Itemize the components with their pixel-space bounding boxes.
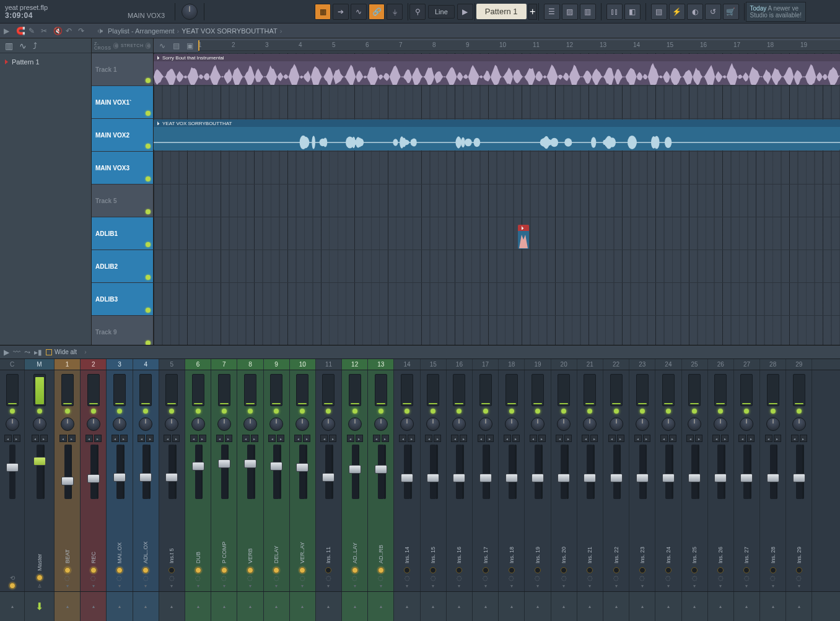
pan-knob[interactable]	[61, 417, 74, 431]
strip-num-1[interactable]: 1	[55, 359, 81, 370]
mute-led[interactable]	[196, 409, 201, 414]
fader[interactable]	[64, 445, 71, 499]
pan-knob[interactable]	[165, 417, 178, 431]
mute-led[interactable]	[431, 409, 435, 414]
swap-l-icon[interactable]: ◂	[294, 435, 302, 442]
send-led[interactable]	[430, 567, 436, 573]
dock-cell-9[interactable]: ▴	[264, 592, 290, 621]
mute-led[interactable]	[614, 409, 619, 414]
send-led[interactable]	[796, 567, 802, 573]
sidebar-audio-icon[interactable]: ∿	[19, 41, 27, 51]
fader[interactable]	[639, 445, 645, 499]
fader[interactable]	[483, 445, 489, 499]
track-header-2[interactable]: MAIN VOX1`	[92, 86, 153, 119]
dock-side-icon[interactable]: ▾	[170, 583, 173, 589]
swap-l-icon[interactable]: ◂	[478, 435, 485, 442]
fx-enable-icon[interactable]: ◌	[509, 575, 514, 581]
pan-knob[interactable]	[505, 417, 518, 431]
mute-led[interactable]	[378, 409, 383, 414]
swap-r-icon[interactable]: ▸	[277, 435, 284, 442]
dock-side-icon[interactable]: ▾	[223, 583, 225, 589]
strip-num-7[interactable]: 7	[211, 359, 237, 370]
swap-l-icon[interactable]: ◂	[738, 435, 746, 442]
pan-knob[interactable]	[217, 417, 231, 431]
insert-slot[interactable]	[165, 374, 178, 406]
send-led[interactable]	[509, 567, 515, 573]
pan-knob[interactable]	[740, 417, 753, 431]
insert-slot[interactable]	[767, 374, 779, 406]
pan-knob[interactable]	[688, 417, 701, 431]
swap-l-icon[interactable]: ◂	[765, 435, 772, 442]
dock-side-icon[interactable]: ▾	[536, 583, 539, 589]
swap-r-icon[interactable]: ▸	[434, 435, 441, 442]
insert-slot[interactable]	[113, 374, 126, 406]
swap-r-icon[interactable]: ▸	[695, 435, 702, 442]
mixer-strip-11[interactable]: ◂▸Ins. 11◌▾	[316, 370, 342, 591]
track-mute-led[interactable]	[146, 111, 151, 116]
mixer-strip-26[interactable]: ◂▸Ins. 26◌▾	[708, 370, 734, 591]
track-mute-led[interactable]	[146, 78, 151, 83]
dock-side-icon[interactable]: ▾	[562, 583, 565, 589]
swap-r-icon[interactable]: ▸	[408, 435, 415, 442]
mixer-strip-18[interactable]: ◂▸Ins. 18◌▾	[499, 370, 525, 591]
strip-num-8[interactable]: 8	[237, 359, 263, 370]
send-led[interactable]	[743, 567, 750, 573]
song-position-time[interactable]: 3:09:04	[5, 11, 33, 20]
dock-side-icon[interactable]: ▾	[406, 583, 408, 589]
fader[interactable]	[796, 445, 802, 499]
pan-knob[interactable]	[269, 417, 283, 431]
swap-r-icon[interactable]: ▸	[356, 435, 363, 442]
send-led[interactable]	[561, 567, 567, 573]
swap-r-icon[interactable]: ▸	[13, 435, 20, 442]
fx-enable-icon[interactable]: ◌	[64, 575, 70, 581]
swap-r-icon[interactable]: ▸	[120, 435, 128, 442]
send-led[interactable]	[90, 567, 97, 573]
insert-slot[interactable]	[636, 374, 649, 406]
track-lane-3[interactable]: ⏵YEAT VOX SORRYBOUTTHAT	[154, 119, 840, 152]
dock-side-icon[interactable]: ▾	[772, 583, 774, 589]
fx-enable-icon[interactable]: ◌	[405, 575, 410, 581]
mute-led[interactable]	[143, 409, 148, 414]
dock-side-icon[interactable]: ▾	[249, 583, 252, 589]
insert-slot[interactable]	[584, 374, 596, 406]
fx-enable-icon[interactable]: ◌	[221, 575, 227, 581]
fx-enable-icon[interactable]: ◌	[457, 575, 462, 581]
pan-knob[interactable]	[243, 417, 257, 431]
stretch-toggle[interactable]	[146, 43, 151, 49]
pan-knob[interactable]	[374, 417, 388, 431]
swap-l-icon[interactable]: ◂	[320, 435, 328, 442]
swap-r-icon[interactable]: ▸	[747, 435, 755, 442]
mixer-strip-15[interactable]: ◂▸Ins. 15◌▾	[421, 370, 447, 591]
dock-icon[interactable]: ⍋	[38, 582, 42, 589]
tool-pattern-mode[interactable]: ▦	[315, 4, 331, 20]
dock-cell-13[interactable]: ▴	[368, 592, 394, 621]
send-led[interactable]	[325, 567, 331, 573]
mute-led[interactable]	[326, 409, 331, 414]
strip-num-2[interactable]: 2	[81, 359, 107, 370]
fader[interactable]	[430, 445, 436, 499]
tool-undo-history[interactable]: ▤	[651, 4, 667, 20]
swap-l-icon[interactable]: ◂	[268, 435, 276, 442]
insert-slot[interactable]	[87, 374, 100, 406]
pl-scissors-icon[interactable]: ✂	[41, 27, 50, 35]
track-mute-led[interactable]	[146, 341, 151, 345]
send-led[interactable]	[456, 567, 462, 573]
fader[interactable]	[665, 445, 672, 499]
tool-song-mode[interactable]: ➔	[333, 4, 349, 20]
pl-bar-view-icon[interactable]: ▤	[171, 41, 181, 51]
tool-shop-button[interactable]: 🛒	[723, 4, 739, 20]
pattern-add-button[interactable]: +	[528, 4, 537, 20]
insert-slot[interactable]	[505, 374, 518, 406]
dock-cell-15[interactable]: ▴	[421, 592, 447, 621]
dock-side-icon[interactable]: ▾	[432, 583, 434, 589]
insert-slot[interactable]	[688, 374, 701, 406]
track-lane-5[interactable]	[154, 185, 840, 217]
fx-enable-icon[interactable]: ◌	[116, 575, 122, 581]
dock-cell-24[interactable]: ▴	[655, 592, 681, 621]
pan-knob[interactable]	[452, 417, 466, 431]
dock-cell-25[interactable]: ▴	[682, 592, 708, 621]
pan-knob[interactable]	[322, 417, 335, 431]
mixer-flag-icon[interactable]: ▸▮	[34, 348, 42, 357]
fx-enable-icon[interactable]: ◌	[352, 575, 357, 581]
fx-enable-icon[interactable]: ◌	[692, 575, 698, 581]
